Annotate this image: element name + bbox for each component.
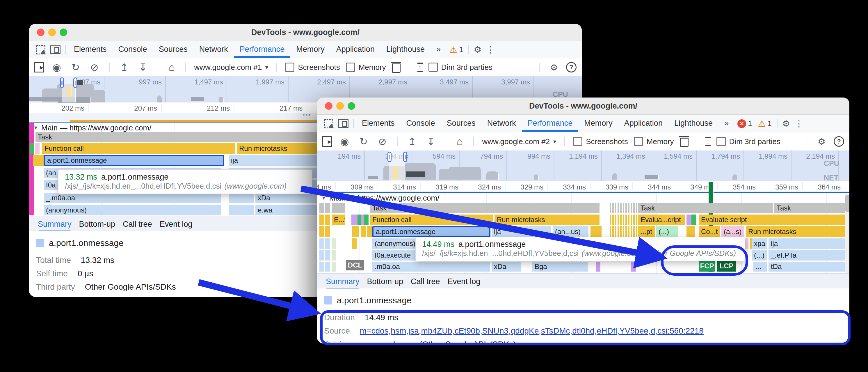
kebab-menu-icon[interactable]: ⋮ <box>795 118 803 128</box>
flame-bar[interactable]: (a...s) <box>721 226 745 237</box>
titlebar[interactable]: DevTools - www.google.com/ <box>317 97 849 115</box>
tab-application[interactable]: Application <box>331 41 380 58</box>
dim-3rd-parties-checkbox[interactable]: Dim 3rd parties <box>429 63 493 72</box>
flame-bar-function-call[interactable]: Function call <box>42 143 236 154</box>
flame-bar[interactable] <box>229 193 254 203</box>
warning-badge[interactable]: ⚠ 1 <box>450 45 463 55</box>
reload-record-icon[interactable]: ↻ <box>360 136 368 147</box>
flame-bar[interactable]: (...) <box>656 226 678 237</box>
titlebar[interactable]: DevTools - www.google.com/ <box>29 24 582 41</box>
flame-bar-evaluate-script[interactable]: Evaluate script <box>699 214 849 225</box>
tab-summary[interactable]: Summary <box>38 216 71 232</box>
dim-3rd-parties-checkbox[interactable]: Dim 3rd parties <box>716 137 780 146</box>
help-icon[interactable]: ? <box>834 136 844 147</box>
overflow-dots[interactable]: ⋯ <box>303 110 311 120</box>
upload-profile-icon[interactable]: ↥ <box>120 61 129 73</box>
main-track-header[interactable]: ▼ Main — https://www.google.com/ <box>33 123 151 133</box>
tab-console[interactable]: Console <box>401 115 441 132</box>
tab-bottom-up[interactable]: Bottom-up <box>367 274 403 286</box>
flame-bar[interactable]: xDa <box>492 262 521 271</box>
flame-bar[interactable]: .m0a.oa <box>372 262 490 271</box>
flame-bar[interactable]: ija <box>769 238 849 249</box>
download-profile-icon[interactable]: ↧ <box>139 61 147 73</box>
tab-elements[interactable]: Elements <box>68 41 113 58</box>
memory-checkbox[interactable]: Memory <box>346 63 386 72</box>
tab-call-tree[interactable]: Call tree <box>123 216 152 229</box>
tab-bottom-up[interactable]: Bottom-up <box>79 216 116 229</box>
flame-bar[interactable]: xpa <box>752 238 767 249</box>
device-toolbar-icon[interactable] <box>338 119 348 128</box>
help-icon[interactable]: ? <box>566 62 577 73</box>
panel-sidebar-toggle-icon[interactable]: ▶ <box>322 136 332 147</box>
minimap-selection[interactable] <box>389 150 405 181</box>
more-tabs-button[interactable]: » <box>431 41 446 58</box>
task-bar[interactable]: Task <box>370 203 600 213</box>
home-icon[interactable]: ⌂ <box>457 135 463 148</box>
record-icon[interactable]: ◉ <box>52 61 61 73</box>
clear-icon[interactable]: ⊘ <box>378 136 386 147</box>
inspect-icon[interactable] <box>36 45 45 54</box>
reload-record-icon[interactable]: ↻ <box>71 61 80 73</box>
history-select[interactable]: www.google.com #2 ▾ <box>482 137 556 146</box>
flame-bar[interactable]: _.ef.PTa <box>769 250 849 260</box>
task-bar[interactable]: Task <box>638 203 773 213</box>
panel-sidebar-toggle-icon[interactable]: ▶ <box>34 62 44 73</box>
kebab-menu-icon[interactable]: ⋮ <box>486 45 495 55</box>
tab-elements[interactable]: Elements <box>356 115 401 132</box>
flame-bar[interactable]: Co...t <box>699 226 720 237</box>
selection-handle-left[interactable]: ∥ <box>388 152 392 162</box>
flame-bar-run-microtasks[interactable]: Run microtasks <box>746 226 849 237</box>
home-icon[interactable]: ⌂ <box>169 61 175 73</box>
tab-event-log[interactable]: Event log <box>160 216 192 229</box>
tab-event-log[interactable]: Event log <box>448 274 480 286</box>
device-toolbar-icon[interactable] <box>50 46 61 54</box>
tab-network[interactable]: Network <box>193 41 234 58</box>
flame-bar[interactable]: (...) <box>752 250 767 260</box>
error-badge[interactable]: ✕ 1 <box>737 119 752 128</box>
flame-bar[interactable]: ... <box>753 262 767 271</box>
warning-badge[interactable]: ⚠ 1 <box>758 118 772 128</box>
tab-lighthouse[interactable]: Lighthouse <box>380 41 431 58</box>
selected-flame-bar[interactable]: a.port1.onmessage <box>43 155 224 166</box>
tab-performance[interactable]: Performance <box>234 41 290 58</box>
tab-performance[interactable]: Performance <box>522 115 579 132</box>
selected-flame-bar[interactable]: a.port1.onmessage <box>372 226 490 237</box>
flame-bar[interactable]: ija <box>492 226 552 237</box>
collapse-caret-icon[interactable]: ▼ <box>321 195 327 201</box>
flame-bar[interactable]: Bga <box>532 262 588 271</box>
tab-summary[interactable]: Summary <box>326 274 360 290</box>
screenshots-checkbox[interactable]: Screenshots <box>573 137 628 146</box>
flame-bar-function-call[interactable]: Function call <box>370 214 493 225</box>
dcl-marker[interactable]: DCL <box>346 260 364 270</box>
flame-bar[interactable]: ...pt <box>638 226 655 237</box>
upload-profile-icon[interactable]: ↥ <box>408 136 416 147</box>
flame-bar-evaluate-script[interactable]: E...t <box>332 214 345 225</box>
task-bar[interactable]: Task <box>774 203 849 213</box>
capture-gear-icon[interactable]: ⚙ <box>818 137 826 147</box>
more-tabs-button[interactable]: » <box>718 115 735 132</box>
tab-memory[interactable]: Memory <box>290 41 331 58</box>
settings-gear-icon[interactable]: ⚙ <box>782 118 790 128</box>
record-icon[interactable]: ◉ <box>340 136 349 147</box>
tab-application[interactable]: Application <box>618 115 669 132</box>
flame-bar-evaluate-script[interactable]: Evalua...cript <box>638 214 685 225</box>
tab-network[interactable]: Network <box>482 115 522 132</box>
flame-bar[interactable]: (an...us) <box>553 226 589 237</box>
collect-garbage-icon[interactable] <box>680 138 688 147</box>
history-select[interactable]: www.google.com #1 ▾ <box>194 63 268 72</box>
capture-gear-icon[interactable]: ⚙ <box>550 62 558 73</box>
tab-call-tree[interactable]: Call tree <box>411 274 440 286</box>
capture-settings-icon[interactable]: ↕ <box>705 137 711 146</box>
selection-handle-right[interactable]: ∥ <box>403 152 407 162</box>
tab-sources[interactable]: Sources <box>153 41 193 58</box>
flame-bar[interactable]: _.m0a.oa <box>43 193 222 203</box>
clear-icon[interactable]: ⊘ <box>90 61 99 73</box>
main-track-header[interactable]: ▼ Main — https://www.google.com/ <box>321 194 439 203</box>
flame-bar[interactable] <box>229 205 254 216</box>
selection-handle-left[interactable]: ∥ <box>60 78 64 88</box>
selection-handle-right[interactable]: ∥ <box>73 78 78 88</box>
capture-settings-icon[interactable]: ↕ <box>417 63 423 72</box>
screenshots-checkbox[interactable]: Screenshots <box>285 63 340 72</box>
tab-sources[interactable]: Sources <box>441 115 482 132</box>
collect-garbage-icon[interactable] <box>392 63 401 73</box>
